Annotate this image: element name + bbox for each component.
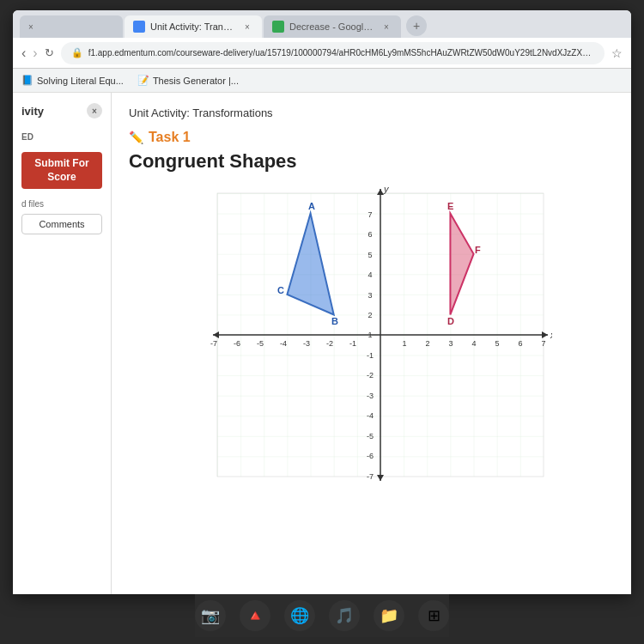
tab-unit-activity[interactable]: Unit Activity: Transformations ×: [125, 15, 262, 38]
x-axis-label: x: [550, 330, 552, 340]
page-content: Unit Activity: Transformations ✏️ Task 1…: [112, 93, 631, 594]
svg-text:-5: -5: [366, 432, 373, 440]
address-input[interactable]: 🔒 f1.app.edmentum.com/courseware-deliver…: [61, 42, 605, 64]
tab-google-search[interactable]: Decrease - Google Search ×: [264, 15, 401, 38]
point-b-label: B: [331, 316, 338, 326]
svg-text:7: 7: [368, 210, 372, 219]
svg-text:3: 3: [368, 291, 372, 300]
svg-text:-2: -2: [366, 371, 373, 380]
svg-text:3: 3: [448, 339, 453, 348]
sidebar-ed-label: ED: [13, 129, 111, 147]
submit-for-score-button[interactable]: Submit ForScore: [21, 152, 102, 189]
bookmark-favicon-solving: 📘: [21, 75, 33, 86]
taskbar-music-icon[interactable]: 🎵: [329, 600, 360, 631]
close-x-icon: ×: [92, 106, 97, 116]
svg-text:-2: -2: [325, 339, 332, 348]
point-d-label: D: [447, 316, 454, 326]
task-label-container: ✏️ Task 1: [129, 130, 614, 145]
svg-text:2: 2: [425, 339, 429, 348]
svg-text:-4: -4: [279, 339, 286, 348]
taskbar: 📷 🔺 🌐 🎵 📁 ⊞: [195, 594, 449, 637]
svg-text:-6: -6: [366, 452, 373, 460]
tab-1-inactive[interactable]: ×: [20, 15, 123, 38]
tab-close-google[interactable]: ×: [380, 21, 392, 33]
bookmark-label-thesis: Thesis Generator |...: [153, 76, 239, 86]
grid-svg: x y -7 -6 -5 -4 -3 -2 -1 1 2: [191, 185, 552, 494]
taskbar-camera-icon[interactable]: 📷: [195, 600, 226, 631]
point-a-label: A: [308, 201, 315, 211]
new-tab-button[interactable]: +: [406, 15, 427, 36]
address-bar: ‹ › ↻ 🔒 f1.app.edmentum.com/courseware-d…: [13, 38, 631, 69]
svg-text:-7: -7: [210, 339, 216, 348]
tab-favicon-edmentum: [133, 21, 145, 33]
svg-marker-7: [377, 475, 384, 481]
taskbar-grid-icon[interactable]: ⊞: [418, 600, 449, 631]
tab-label-unit-activity: Unit Activity: Transformations: [150, 21, 236, 32]
svg-text:4: 4: [368, 270, 372, 279]
sidebar-title: ivity: [21, 105, 44, 118]
bookmark-label-solving: Solving Literal Equ...: [37, 76, 124, 86]
point-c-label: C: [277, 285, 284, 295]
bookmark-thesis[interactable]: 📝 Thesis Generator |...: [137, 75, 239, 86]
svg-marker-6: [377, 189, 384, 195]
svg-text:4: 4: [471, 339, 476, 348]
bookmark-solving[interactable]: 📘 Solving Literal Equ...: [21, 75, 124, 86]
y-axis-label: y: [383, 185, 390, 194]
svg-text:-4: -4: [366, 411, 373, 420]
bookmarks-bar: 📘 Solving Literal Equ... 📝 Thesis Genera…: [13, 69, 631, 93]
svg-text:-6: -6: [233, 339, 240, 348]
svg-text:6: 6: [368, 230, 372, 239]
sidebar-close-button[interactable]: ×: [87, 103, 102, 118]
tab-label-google: Decrease - Google Search: [289, 21, 375, 32]
svg-text:6: 6: [518, 339, 522, 348]
task-title: Task 1: [149, 130, 191, 145]
svg-text:7: 7: [541, 339, 545, 348]
svg-text:-3: -3: [366, 392, 373, 400]
content-area: ivity × ED Submit ForScore d files Comme…: [13, 93, 631, 594]
bookmark-favicon-thesis: 📝: [137, 75, 149, 86]
back-button[interactable]: ‹: [21, 46, 26, 61]
sidebar-header: ivity ×: [13, 100, 111, 122]
svg-text:-1: -1: [366, 351, 373, 360]
svg-marker-4: [213, 331, 219, 338]
point-f-label: F: [475, 245, 481, 255]
section-heading: Congruent Shapes: [129, 150, 614, 173]
tab-favicon-google: [272, 21, 284, 33]
taskbar-files-icon[interactable]: 📁: [374, 600, 404, 631]
point-e-label: E: [447, 201, 453, 211]
tab-close-icon-left[interactable]: ×: [28, 22, 33, 32]
taskbar-drive-icon[interactable]: 🔺: [240, 600, 270, 631]
taskbar-chrome-icon[interactable]: 🌐: [284, 600, 315, 631]
tab-bar: × Unit Activity: Transformations × Decre…: [13, 10, 631, 38]
page-title: Unit Activity: Transformations: [129, 106, 614, 119]
laptop-frame: × Unit Activity: Transformations × Decre…: [0, 0, 644, 644]
svg-text:-5: -5: [256, 339, 263, 348]
reload-button[interactable]: ↻: [45, 46, 54, 59]
sidebar-files-label: d files: [13, 194, 111, 210]
svg-text:-7: -7: [366, 472, 373, 481]
bookmark-star-icon[interactable]: ☆: [611, 46, 623, 60]
sidebar: ivity × ED Submit ForScore d files Comme…: [13, 93, 112, 594]
svg-text:5: 5: [495, 339, 499, 348]
svg-text:-3: -3: [302, 339, 309, 348]
forward-button[interactable]: ›: [33, 46, 37, 61]
svg-text:5: 5: [368, 251, 372, 259]
comments-button[interactable]: Comments: [21, 214, 102, 234]
svg-text:-1: -1: [349, 339, 355, 348]
coordinate-grid: x y -7 -6 -5 -4 -3 -2 -1 1 2: [191, 185, 552, 494]
svg-text:2: 2: [368, 311, 372, 319]
pencil-icon: ✏️: [129, 131, 143, 144]
svg-marker-3: [542, 331, 548, 338]
lock-icon: 🔒: [71, 47, 83, 58]
svg-text:1: 1: [368, 331, 372, 339]
tab-close-button[interactable]: ×: [241, 21, 253, 33]
address-text: f1.app.edmentum.com/courseware-delivery/…: [88, 48, 594, 58]
svg-text:1: 1: [402, 339, 406, 348]
browser-window: × Unit Activity: Transformations × Decre…: [13, 10, 631, 594]
